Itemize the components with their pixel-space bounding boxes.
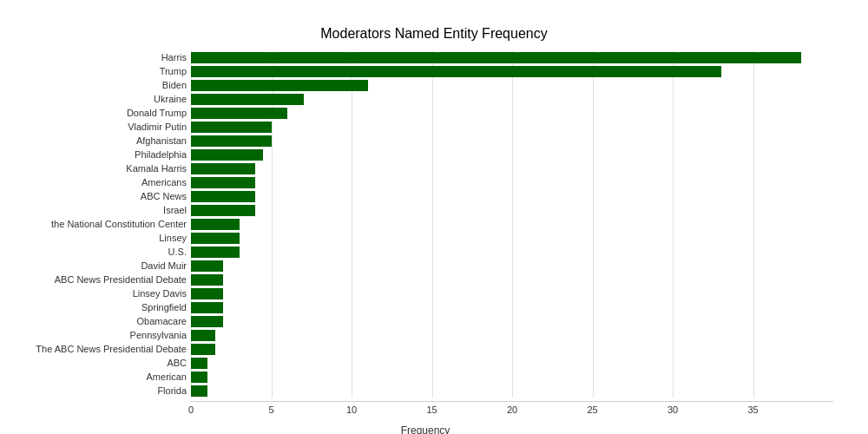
- x-axis-line: [191, 401, 833, 402]
- tick-label: 30: [667, 404, 678, 415]
- bar-label: Biden: [162, 80, 187, 90]
- bar-row: Pennsylvania: [191, 330, 833, 341]
- tick-label: 35: [747, 404, 758, 415]
- bar: [191, 316, 223, 327]
- bar-label: Florida: [157, 385, 187, 396]
- bar-row: Obamacare: [191, 316, 833, 327]
- bar-label: Linsey: [159, 233, 187, 243]
- bar: [191, 52, 801, 63]
- bar: [191, 94, 304, 105]
- bar: [191, 80, 368, 91]
- bar-label: David Muir: [141, 260, 187, 271]
- bar-row: ABC News: [191, 191, 833, 202]
- bar-row: Americans: [191, 177, 833, 188]
- bar: [191, 274, 223, 286]
- bar-row: Philadelphia: [191, 149, 833, 161]
- bar-label: Trump: [160, 66, 187, 76]
- bar: [191, 302, 223, 313]
- bar: [191, 177, 255, 188]
- bar-row: Linsey Davis: [191, 288, 833, 299]
- bar-label: ABC: [167, 358, 187, 368]
- bar-row: The ABC News Presidential Debate: [191, 344, 833, 355]
- bar: [191, 108, 287, 119]
- tick-label: 5: [268, 404, 273, 415]
- bar-label: ABC News: [141, 191, 187, 201]
- bar-label: the National Constitution Center: [51, 219, 187, 229]
- bar-label: Americans: [141, 177, 187, 187]
- bar-label: Donald Trump: [127, 108, 187, 118]
- x-axis-label: Frequency: [401, 424, 450, 434]
- bar: [191, 205, 255, 216]
- bar-label: Linsey Davis: [133, 288, 187, 299]
- bars-container: 05101520253035FrequencyHarrisTrumpBidenU…: [191, 50, 833, 398]
- bar-row: Ukraine: [191, 94, 833, 105]
- bar-row: Kamala Harris: [191, 163, 833, 174]
- bar: [191, 233, 240, 244]
- bar: [191, 219, 240, 230]
- tick-label: 25: [587, 404, 597, 415]
- bar-row: American: [191, 372, 833, 383]
- bar: [191, 149, 263, 161]
- bar-label: American: [147, 372, 187, 382]
- bar-label: ABC News Presidential Debate: [55, 274, 187, 285]
- bar-label: Afghanistan: [136, 135, 187, 146]
- tick-label: 10: [346, 404, 357, 415]
- bar: [191, 358, 207, 369]
- chart-title: Moderators Named Entity Frequency: [35, 26, 833, 42]
- bar: [191, 122, 272, 133]
- bar: [191, 372, 207, 383]
- bar-row: Vladimir Putin: [191, 122, 833, 133]
- bar-label: Springfield: [141, 302, 187, 312]
- bar-row: Donald Trump: [191, 108, 833, 119]
- bar-row: Afghanistan: [191, 135, 833, 147]
- bar: [191, 260, 223, 272]
- bar-label: Kamala Harris: [126, 163, 187, 174]
- bar-row: Harris: [191, 52, 833, 63]
- bar-row: Linsey: [191, 233, 833, 244]
- bar-label: Ukraine: [154, 94, 187, 104]
- bar-row: Trump: [191, 66, 833, 77]
- bar: [191, 344, 215, 355]
- bar-row: David Muir: [191, 260, 833, 272]
- bar: [191, 135, 272, 147]
- bar-label: Obamacare: [137, 316, 187, 326]
- bar: [191, 163, 255, 174]
- tick-label: 15: [426, 404, 437, 415]
- bar-label: Vladimir Putin: [128, 122, 187, 132]
- bar: [191, 66, 721, 77]
- bar-row: Springfield: [191, 302, 833, 313]
- bar: [191, 288, 223, 299]
- bar-label: U.S.: [168, 247, 187, 257]
- bar-row: ABC News Presidential Debate: [191, 274, 833, 286]
- bar: [191, 191, 255, 202]
- bar-row: Israel: [191, 205, 833, 216]
- bar-label: Harris: [161, 52, 187, 62]
- bar-row: Biden: [191, 80, 833, 91]
- bar-row: Florida: [191, 385, 833, 397]
- bar-row: U.S.: [191, 247, 833, 258]
- bar-label: The ABC News Presidential Debate: [36, 344, 187, 354]
- bar-label: Philadelphia: [135, 149, 187, 160]
- bar-label: Israel: [163, 205, 187, 215]
- bar: [191, 247, 240, 258]
- bar-row: the National Constitution Center: [191, 219, 833, 230]
- bar: [191, 330, 215, 341]
- tick-label: 20: [507, 404, 517, 415]
- bar-row: ABC: [191, 358, 833, 369]
- bar-label: Pennsylvania: [130, 330, 187, 340]
- chart-container: Moderators Named Entity Frequency 051015…: [0, 0, 868, 434]
- tick-label: 0: [188, 404, 194, 415]
- bar: [191, 385, 207, 397]
- chart-area: 05101520253035FrequencyHarrisTrumpBidenU…: [191, 50, 833, 398]
